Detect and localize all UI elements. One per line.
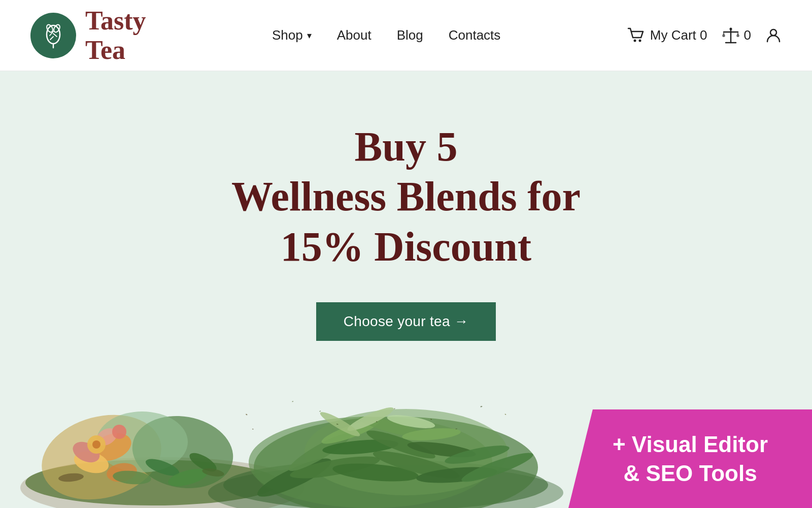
chevron-down-icon: ▾ (307, 30, 312, 41)
svg-rect-65 (505, 414, 506, 415)
hero-headline: Buy 5 Wellness Blends for 15% Discount (231, 122, 581, 272)
cart-label: My Cart 0 (650, 27, 707, 43)
svg-line-4 (50, 37, 53, 40)
site-header: Tasty Tea Shop ▾ About Blog Contacts My … (0, 0, 812, 71)
nav-blog[interactable]: Blog (397, 27, 423, 43)
svg-point-13 (770, 29, 776, 36)
hero-content: Buy 5 Wellness Blends for 15% Discount C… (231, 71, 581, 341)
compare-button[interactable]: 0 (722, 27, 751, 44)
svg-point-8 (638, 39, 641, 42)
cta-button[interactable]: Choose your tea → (316, 302, 496, 341)
header-actions: My Cart 0 0 (627, 26, 782, 45)
user-icon[interactable] (765, 27, 782, 44)
svg-point-12 (729, 27, 732, 30)
svg-rect-61 (252, 429, 254, 430)
nav-shop[interactable]: Shop ▾ (272, 27, 312, 43)
visual-editor-badge: + Visual Editor & SEO Tools (568, 409, 812, 508)
svg-rect-63 (376, 421, 378, 422)
svg-rect-60 (481, 406, 483, 407)
svg-point-0 (47, 25, 60, 44)
logo-text: Tasty Tea (85, 6, 146, 64)
leaf-logo-icon (40, 22, 66, 49)
main-nav: Shop ▾ About Blog Contacts (272, 27, 500, 43)
svg-rect-62 (319, 410, 321, 412)
svg-line-3 (53, 34, 57, 37)
svg-rect-58 (394, 408, 395, 409)
svg-rect-59 (430, 419, 432, 420)
svg-point-7 (633, 39, 636, 42)
cart-button[interactable]: My Cart 0 (627, 26, 707, 45)
svg-rect-64 (456, 428, 457, 429)
svg-rect-55 (246, 414, 248, 415)
logo-icon (30, 13, 76, 58)
nav-about[interactable]: About (337, 27, 371, 43)
nav-contacts[interactable]: Contacts (449, 27, 501, 43)
svg-rect-56 (292, 401, 293, 402)
logo[interactable]: Tasty Tea (30, 6, 146, 64)
compare-icon (722, 27, 740, 44)
compare-count: 0 (744, 27, 751, 43)
cart-icon (627, 26, 645, 45)
hero-section: Buy 5 Wellness Blends for 15% Discount C… (0, 71, 812, 508)
svg-rect-57 (336, 424, 339, 425)
